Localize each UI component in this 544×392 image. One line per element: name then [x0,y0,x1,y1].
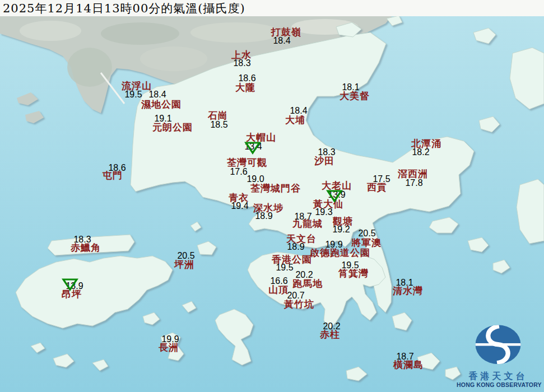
station-label: 北潭涌 [411,139,441,148]
station-temp: 18.5 [210,120,227,129]
hko-logo-name-en: HONG KONG OBSERVATORY [457,381,540,389]
station-temp: 18.1 [342,83,359,92]
station-temp: 18.3 [318,148,335,157]
station-temp: 19.5 [124,90,142,99]
station-label: 啟德跑道公園 [310,248,370,258]
station-temp: 18.1 [396,278,413,287]
station-temp: 17.8 [405,179,422,188]
station-label: 將軍澳 [351,238,382,248]
hko-logo: 香港天文台 HONG KONG OBSERVATORY [457,324,540,389]
station-label: 大美督 [340,91,370,101]
hko-logo-icon [472,324,524,368]
station-label: 清水灣 [393,286,423,296]
station-label: 大隴 [235,83,255,92]
station-label: 坪洲 [174,260,194,269]
station-label: 西貢 [367,183,387,192]
station-label: 大埔 [285,115,305,125]
station-temp: 16.6 [270,277,287,286]
title-bar: 2025年12月14日13時00分的氣溫(攝氏度) [0,0,544,16]
station-temp: 18.2 [412,148,429,157]
station-label: 橫瀾島 [393,360,424,370]
station-temp: 19.0 [247,175,264,184]
station-temp: 18.6 [238,74,255,83]
station-temp: 19.1 [154,114,171,123]
station-label: 大帽山 [246,133,276,142]
station-label: 長洲 [159,343,179,352]
station-temp: 18.7 [396,352,413,361]
mountain-marker-icon [62,278,78,291]
station-label: 荃灣城門谷 [250,184,301,193]
station-temp: 19.5 [341,261,359,270]
mountain-marker-icon [326,189,343,203]
temperature-map-screenshot: 2025年12月14日13時00分的氣溫(攝氏度) 打鼓嶺18.4上水18.3大… [0,0,544,392]
station-label: 元朗公園 [152,123,193,132]
station-label: 山頂 [268,285,289,295]
station-label: 筲箕灣 [338,269,369,278]
station-temp: 20.2 [295,270,313,279]
station-temp: 18.3 [73,235,91,244]
station-temp: 19.9 [325,240,342,249]
hko-logo-name-zh: 香港天文台 [457,371,540,381]
page-title: 2025年12月14日13時00分的氣溫(攝氏度) [0,1,245,16]
station-label: 濕地公園 [141,100,182,109]
station-temp: 20.5 [358,229,375,238]
station-temp: 18.4 [273,36,290,45]
station-label: 大老山 [322,181,352,190]
station-temp: 18.4 [148,90,166,99]
mountain-marker-icon [244,141,261,155]
station-temp: 20.2 [323,322,340,331]
station-label: 赤柱 [320,330,340,339]
station-temp: 18.9 [287,242,304,251]
station-label: 流浮山 [122,81,152,91]
station-temp: 20.5 [177,251,194,260]
station-label: 跑馬地 [292,279,323,288]
station-temp: 17.6 [230,167,247,176]
station-temp: 19.3 [315,208,332,217]
station-label: 黃竹坑 [284,300,314,309]
station-temp: 18.7 [294,212,311,221]
station-temp: 20.7 [287,291,304,300]
station-temp: 18.4 [290,106,307,115]
station-label: 赤鱲角 [71,243,101,253]
station-temp: 19.9 [161,335,179,344]
station-temp: 19.5 [276,263,293,272]
station-label: 石崗 [208,111,228,120]
station-temp: 19.2 [332,225,350,234]
station-temp: 19.4 [231,202,248,211]
station-temp: 18.9 [255,212,272,221]
station-temp: 18.6 [108,164,125,172]
station-label: 沙田 [314,156,334,166]
station-label: 打鼓嶺 [271,27,301,37]
station-temp: 18.3 [233,59,250,68]
station-label: 滘西洲 [398,169,428,179]
station-temp: 17.5 [373,175,390,184]
station-label: 荃灣可觀 [227,158,267,167]
